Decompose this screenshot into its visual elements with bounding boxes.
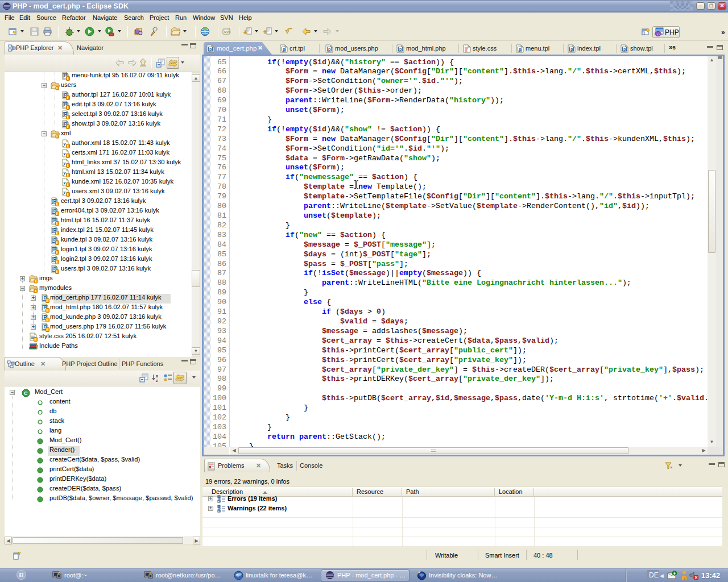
svg-text:p: p — [283, 47, 286, 52]
svg-text:p: p — [209, 47, 212, 52]
svg-text:z: z — [156, 379, 158, 383]
svg-text:SVN: SVN — [224, 30, 230, 34]
svg-text:⤺: ⤺ — [657, 32, 660, 36]
svg-text:p: p — [570, 47, 573, 52]
svg-text:p: p — [519, 47, 522, 52]
svg-text:p: p — [399, 47, 402, 52]
svg-text:C: C — [24, 390, 28, 396]
svg-text:a: a — [156, 374, 158, 378]
svg-text:p: p — [623, 47, 626, 52]
svg-text:p: p — [328, 47, 331, 52]
